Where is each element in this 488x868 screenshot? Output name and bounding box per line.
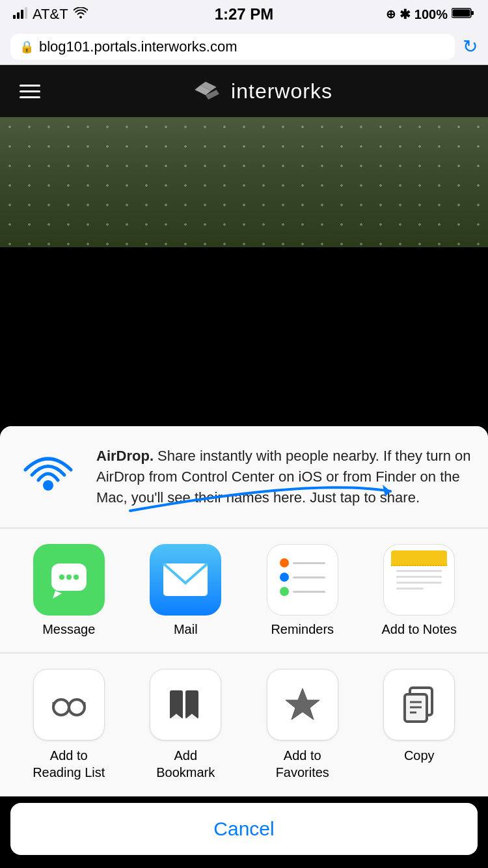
battery-percent: 100% — [414, 7, 448, 22]
screen-lock-icon: ⊕ — [386, 7, 396, 21]
app-item-mail[interactable]: Mail — [140, 544, 231, 637]
svg-rect-1 — [17, 12, 20, 19]
copy-label: Copy — [404, 747, 435, 764]
hero-background — [0, 117, 488, 247]
app-item-reminders[interactable]: Reminders — [257, 544, 348, 637]
reload-button[interactable]: ↻ — [463, 36, 478, 57]
svg-rect-6 — [453, 9, 470, 16]
hamburger-menu[interactable] — [20, 85, 40, 98]
reading-list-label: Add toReading List — [33, 747, 105, 781]
url-text: blog101.portals.interworks.com — [39, 38, 237, 55]
copy-icon — [383, 669, 455, 740]
lock-icon: 🔒 — [20, 40, 34, 54]
mail-app-label: Mail — [174, 622, 198, 637]
rem-dot-green — [280, 587, 289, 596]
svg-rect-3 — [25, 7, 27, 19]
rem-item-1 — [280, 558, 325, 567]
app-item-message[interactable]: Message — [23, 544, 115, 637]
status-right: ⊕ ✱ 100% — [386, 7, 475, 22]
rem-line — [293, 576, 325, 578]
message-app-label: Message — [42, 622, 95, 637]
rem-line — [293, 562, 325, 564]
airdrop-description: AirDrop. Share instantly with people nea… — [96, 446, 472, 508]
cancel-section: Cancel — [0, 796, 488, 868]
logo-area: interworks — [189, 78, 332, 104]
svg-point-13 — [59, 575, 64, 580]
svg-point-10 — [43, 480, 53, 491]
actions-section: Add toReading List AddBookmark — [0, 653, 488, 796]
rem-item-2 — [280, 573, 325, 582]
hamburger-line — [20, 85, 40, 87]
reminders-app-label: Reminders — [271, 622, 334, 637]
actions-row: Add toReading List AddBookmark — [10, 669, 478, 781]
share-main-panel: AirDrop. Share instantly with people nea… — [0, 426, 488, 796]
signal-bars — [13, 6, 27, 23]
favorites-label: Add toFavorites — [276, 747, 329, 781]
rem-line — [293, 591, 325, 593]
bookmark-icon — [150, 669, 221, 740]
notes-line — [396, 576, 442, 578]
status-bar: AT&T 1:27 PM ⊕ ✱ 100% — [0, 0, 488, 29]
rem-dot-blue — [280, 573, 289, 582]
status-left: AT&T — [13, 6, 88, 23]
svg-point-18 — [69, 699, 85, 715]
notes-line — [396, 582, 442, 584]
logo-text: interworks — [231, 79, 332, 103]
logo-icon — [189, 78, 222, 104]
favorites-icon — [267, 669, 338, 740]
svg-rect-2 — [21, 10, 23, 19]
share-sheet: AirDrop. Share instantly with people nea… — [0, 426, 488, 868]
bg-pattern — [0, 117, 488, 247]
address-bar: 🔒 blog101.portals.interworks.com ↻ — [0, 29, 488, 65]
action-copy[interactable]: Copy — [373, 669, 465, 764]
mail-app-icon — [150, 544, 221, 616]
airdrop-section: AirDrop. Share instantly with people nea… — [0, 426, 488, 528]
copy-icon-svg — [401, 685, 437, 724]
svg-point-14 — [66, 575, 72, 580]
notes-app-label: Add to Notes — [381, 622, 457, 637]
star-icon — [283, 686, 322, 724]
reminders-app-icon — [267, 544, 338, 616]
svg-point-17 — [53, 699, 69, 715]
bluetooth-icon: ✱ — [400, 7, 411, 22]
bookmark-icon-svg — [167, 685, 204, 724]
svg-rect-5 — [471, 11, 474, 15]
bookmark-label: AddBookmark — [156, 747, 215, 781]
time-display: 1:27 PM — [215, 5, 274, 23]
messages-app-icon — [33, 544, 105, 616]
apps-row: Message Mail — [10, 544, 478, 637]
airdrop-icon — [19, 448, 77, 506]
hamburger-line — [20, 96, 40, 98]
action-reading-list[interactable]: Add toReading List — [23, 669, 115, 781]
rem-item-3 — [280, 587, 325, 596]
apps-section: Message Mail — [0, 528, 488, 653]
notes-line — [396, 588, 424, 590]
wifi-icon — [74, 6, 88, 23]
airdrop-icon-wrap — [16, 444, 81, 509]
reminders-list — [273, 553, 332, 606]
airdrop-title: AirDrop. — [96, 448, 154, 464]
svg-marker-26 — [286, 688, 319, 720]
reading-list-icon — [33, 669, 105, 740]
glasses-icon — [51, 686, 87, 723]
action-favorites[interactable]: Add toFavorites — [257, 669, 348, 781]
svg-point-15 — [74, 575, 79, 580]
hamburger-line — [20, 90, 40, 92]
url-field[interactable]: 🔒 blog101.portals.interworks.com — [10, 34, 455, 60]
carrier-label: AT&T — [33, 6, 68, 23]
action-bookmark[interactable]: AddBookmark — [140, 669, 231, 781]
site-header: interworks — [0, 65, 488, 117]
notes-header — [391, 550, 447, 566]
svg-marker-12 — [53, 591, 62, 599]
svg-rect-0 — [13, 15, 16, 19]
rem-dot-orange — [280, 558, 289, 567]
battery-icon — [452, 7, 475, 22]
notes-app-icon — [383, 544, 455, 616]
notes-pad — [391, 550, 447, 609]
notes-line — [396, 570, 442, 572]
notes-body — [391, 566, 447, 609]
app-item-notes[interactable]: Add to Notes — [373, 544, 465, 637]
message-bubble-icon — [46, 557, 92, 603]
mail-envelope-icon — [162, 561, 209, 599]
cancel-button[interactable]: Cancel — [10, 803, 478, 855]
